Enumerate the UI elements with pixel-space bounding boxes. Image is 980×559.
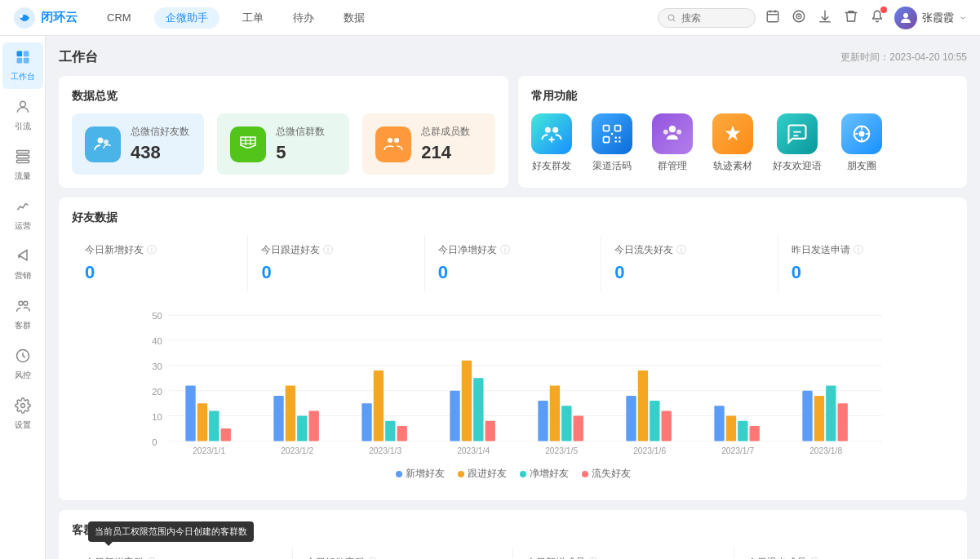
sidebar-item-operation[interactable]: 运营: [2, 192, 43, 238]
func-group-manage[interactable]: 群管理: [652, 113, 693, 173]
info-icon-group-3[interactable]: ⓘ: [809, 556, 819, 559]
info-icon-2[interactable]: ⓘ: [500, 243, 510, 257]
svg-rect-78: [361, 403, 371, 441]
legend-lost-friend: 流失好友: [582, 467, 631, 481]
resource-icon: [15, 149, 31, 169]
friend-stat-follow-value: 0: [261, 262, 410, 283]
bell-icon[interactable]: [870, 9, 885, 27]
friend-stat-new-value: 0: [85, 262, 234, 283]
svg-point-22: [23, 301, 27, 305]
stat-card-members: 总群成员数 214: [362, 113, 494, 175]
func-label-channel-code: 渠道活码: [592, 159, 632, 173]
friends-icon: [85, 126, 121, 162]
nav-data[interactable]: 数据: [337, 7, 371, 29]
func-label-friend-greeting: 好友欢迎语: [773, 159, 822, 173]
info-icon-0[interactable]: ⓘ: [147, 243, 157, 257]
svg-line-3: [673, 20, 675, 21]
sidebar-item-marketing[interactable]: 营销: [2, 242, 43, 288]
info-icon-group-0[interactable]: ⓘ: [147, 556, 157, 559]
func-friend-group[interactable]: 好友群发: [531, 113, 572, 173]
svg-rect-83: [450, 391, 459, 441]
info-icon-3[interactable]: ⓘ: [676, 243, 686, 257]
download-icon[interactable]: [818, 9, 832, 27]
nav-enterprise[interactable]: 企微助手: [154, 7, 220, 29]
svg-rect-106: [838, 403, 848, 441]
groups-icon: [230, 126, 266, 162]
svg-rect-40: [610, 133, 612, 135]
sidebar-item-lead[interactable]: 引流: [2, 92, 43, 139]
members-icon: [375, 126, 411, 162]
search-input[interactable]: [681, 12, 747, 24]
info-icon-4[interactable]: ⓘ: [854, 243, 863, 257]
group-stat-new-member: 今日新增成员 ⓘ 0: [513, 548, 734, 559]
friend-stat-net-title: 今日净增好友 ⓘ: [438, 243, 588, 257]
svg-rect-80: [385, 421, 395, 441]
func-icon-moments: [841, 113, 882, 154]
avatar: [894, 7, 917, 29]
svg-rect-68: [185, 386, 195, 441]
svg-rect-74: [286, 386, 295, 441]
svg-text:10: 10: [152, 412, 162, 422]
friend-stats-row: 今日新增好友 ⓘ 0 今日跟进好友 ⓘ 0 今日: [72, 235, 954, 291]
friend-data-card: 好友数据 今日新增好友 ⓘ 0 今日跟进好友 ⓘ: [59, 197, 967, 500]
svg-rect-69: [197, 403, 207, 441]
nav-workorder[interactable]: 工单: [236, 7, 270, 29]
sidebar-item-customer[interactable]: 客群: [2, 291, 43, 338]
info-icon-group-2[interactable]: ⓘ: [588, 556, 598, 559]
svg-rect-104: [814, 396, 824, 441]
sidebar-item-monitor[interactable]: 风控: [2, 341, 43, 388]
func-moments[interactable]: 朋友圈: [841, 113, 882, 173]
stat-info-groups: 总微信群数 5: [276, 125, 325, 163]
nav-search-area: 张霞霞: [658, 7, 967, 29]
lead-icon: [15, 99, 31, 119]
svg-text:50: 50: [152, 311, 162, 321]
search-icon: [667, 13, 676, 23]
info-icon-1[interactable]: ⓘ: [323, 243, 333, 257]
nav-crm[interactable]: CRM: [100, 8, 138, 27]
svg-rect-99: [726, 416, 736, 441]
svg-rect-13: [16, 51, 22, 57]
sidebar-label-customer: 客群: [15, 320, 31, 331]
func-track-material[interactable]: 轨迹素材: [712, 113, 753, 173]
logo-icon: [13, 7, 36, 29]
svg-rect-100: [738, 421, 747, 441]
nav-icons: [765, 9, 885, 27]
func-friend-greeting[interactable]: 好友欢迎语: [773, 113, 822, 173]
sidebar-item-settings[interactable]: 设置: [2, 391, 43, 437]
func-icon-friend-greeting: [777, 113, 818, 154]
svg-rect-19: [16, 155, 29, 157]
search-box[interactable]: [658, 8, 756, 28]
func-icon-group-manage: [652, 113, 693, 154]
nav-pending[interactable]: 待办: [286, 7, 321, 29]
calendar-icon[interactable]: [765, 9, 780, 27]
svg-point-51: [858, 131, 864, 137]
svg-point-21: [19, 301, 23, 305]
func-icon-track-material: [712, 113, 753, 154]
svg-text:2023/1/8: 2023/1/8: [809, 446, 842, 455]
sidebar-item-workbench[interactable]: 工作台: [2, 42, 43, 89]
friend-stat-new: 今日新增好友 ⓘ 0: [72, 235, 248, 291]
common-funcs-grid: 好友群发 渠道活码 群管理: [531, 113, 955, 173]
svg-rect-75: [297, 416, 307, 441]
stat-label-friends: 总微信好友数: [131, 125, 189, 139]
svg-point-46: [663, 130, 667, 135]
user-info[interactable]: 张霞霞: [894, 7, 967, 29]
func-channel-code[interactable]: 渠道活码: [592, 113, 632, 173]
group-stat-new-title: 今日新增客群 ⓘ: [85, 556, 279, 559]
stat-info-friends: 总微信好友数 438: [131, 125, 189, 163]
trash-icon[interactable]: [844, 9, 858, 27]
data-overview-card: 数据总览 总微信好友数 438: [59, 76, 508, 188]
svg-rect-43: [614, 140, 616, 142]
svg-point-32: [394, 138, 399, 143]
svg-text:40: 40: [152, 336, 162, 346]
top-cards-row: 数据总览 总微信好友数 438: [59, 76, 967, 188]
target-icon[interactable]: [792, 9, 806, 27]
sidebar-item-resource[interactable]: 流量: [2, 142, 43, 189]
info-icon-group-1[interactable]: ⓘ: [368, 556, 378, 559]
svg-rect-89: [550, 386, 560, 441]
friend-chart-svg: 0 10 20 30 40 50: [72, 311, 954, 458]
svg-rect-16: [23, 58, 29, 64]
svg-point-10: [798, 15, 800, 16]
friend-stat-follow: 今日跟进好友 ⓘ 0: [248, 235, 424, 291]
svg-point-45: [668, 126, 675, 132]
